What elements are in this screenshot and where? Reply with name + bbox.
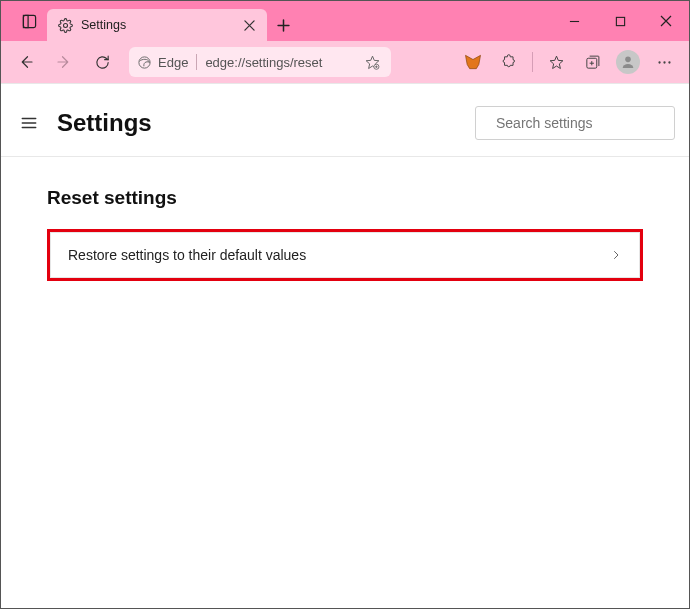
svg-rect-1 xyxy=(23,15,28,27)
svg-point-2 xyxy=(63,23,67,27)
favorite-button[interactable] xyxy=(359,49,385,75)
arrow-left-icon xyxy=(17,53,35,71)
profile-button[interactable] xyxy=(611,45,645,79)
search-input[interactable] xyxy=(496,115,671,131)
close-tab-button[interactable] xyxy=(239,15,259,35)
close-window-button[interactable] xyxy=(643,1,689,41)
edge-badge: Edge xyxy=(137,55,188,70)
reset-settings-section: Reset settings Restore settings to their… xyxy=(1,157,689,311)
titlebar-left-pad xyxy=(1,1,11,41)
back-button[interactable] xyxy=(9,45,43,79)
page-title: Settings xyxy=(57,109,152,137)
collections-icon xyxy=(584,54,601,71)
edge-label: Edge xyxy=(158,55,188,70)
tab-title: Settings xyxy=(81,18,231,32)
svg-point-7 xyxy=(625,57,631,63)
minimize-button[interactable] xyxy=(551,1,597,41)
new-tab-button[interactable] xyxy=(267,9,299,41)
x-icon xyxy=(660,15,672,27)
svg-point-9 xyxy=(663,61,665,63)
browser-toolbar: Edge edge://settings/reset xyxy=(1,41,689,83)
star-plus-icon xyxy=(548,54,565,71)
dots-horizontal-icon xyxy=(656,54,673,71)
svg-rect-3 xyxy=(616,17,624,25)
plus-icon xyxy=(277,19,290,32)
puzzle-icon xyxy=(501,54,518,71)
tabs-area: Settings xyxy=(47,1,299,41)
settings-page: Settings Reset settings Restore settings… xyxy=(1,83,689,609)
star-icon xyxy=(364,54,381,71)
toolbar-right-icons xyxy=(456,45,681,79)
maximize-button[interactable] xyxy=(597,1,643,41)
avatar-icon xyxy=(616,50,640,74)
svg-point-10 xyxy=(668,61,670,63)
address-text: edge://settings/reset xyxy=(205,55,351,70)
maximize-icon xyxy=(615,16,626,27)
window-titlebar: Settings xyxy=(1,1,689,41)
window-controls xyxy=(551,1,689,41)
tab-actions-button[interactable] xyxy=(11,1,47,41)
settings-search[interactable] xyxy=(475,106,675,140)
forward-button[interactable] xyxy=(47,45,81,79)
titlebar-spacer xyxy=(299,1,551,41)
section-heading: Reset settings xyxy=(47,187,643,209)
address-separator xyxy=(196,54,197,70)
settings-menu-button[interactable] xyxy=(15,109,43,137)
tab-settings[interactable]: Settings xyxy=(47,9,267,41)
arrow-right-icon xyxy=(55,53,73,71)
svg-point-8 xyxy=(658,61,660,63)
favorites-button[interactable] xyxy=(539,45,573,79)
toolbar-separator xyxy=(532,52,533,72)
refresh-button[interactable] xyxy=(85,45,119,79)
refresh-icon xyxy=(94,54,111,71)
fox-icon xyxy=(463,52,483,72)
x-icon xyxy=(244,20,255,31)
more-menu-button[interactable] xyxy=(647,45,681,79)
edge-logo-icon xyxy=(137,55,152,70)
restore-defaults-label: Restore settings to their default values xyxy=(68,247,610,263)
collections-button[interactable] xyxy=(575,45,609,79)
minimize-icon xyxy=(569,16,580,27)
extension-metamask-button[interactable] xyxy=(456,45,490,79)
hamburger-icon xyxy=(20,114,38,132)
restore-defaults-button[interactable]: Restore settings to their default values xyxy=(47,229,643,281)
chevron-right-icon xyxy=(610,249,622,261)
gear-icon xyxy=(57,17,73,33)
svg-rect-0 xyxy=(23,15,35,27)
address-bar[interactable]: Edge edge://settings/reset xyxy=(129,47,391,77)
extensions-button[interactable] xyxy=(492,45,526,79)
settings-header: Settings xyxy=(1,84,689,157)
